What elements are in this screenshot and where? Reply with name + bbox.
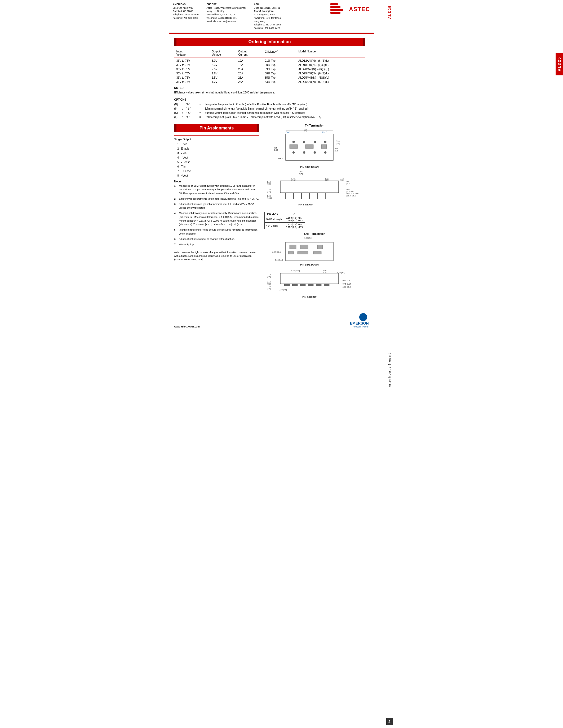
pin-number: 6.	[174, 164, 180, 169]
svg-text:See A: See A	[277, 157, 284, 160]
svg-rect-20	[322, 145, 327, 149]
asia-line7: Facsimile: 852-2402-4426	[254, 26, 281, 30]
svg-point-16	[314, 151, 316, 154]
astec-logo-text: ASTEC	[349, 6, 370, 13]
table-cell: 85% Typ	[262, 75, 296, 80]
svg-text:1.30: 1.30	[304, 129, 307, 131]
pin-number: 8.	[174, 173, 180, 178]
option-row: (6):"-6"=3.7mm nominal pin length (defau…	[174, 107, 365, 111]
right-column: TH Termination Pin 1 Pin 8	[264, 124, 365, 304]
th-termination-title: TH Termination	[264, 124, 365, 127]
th-termination-section: TH Termination Pin 1 Pin 8	[264, 124, 365, 229]
pin-label: - Vout	[181, 155, 188, 160]
svg-rect-3	[331, 12, 341, 14]
table-cell: ALD25K48(N) - (6)(S)(L)	[296, 80, 365, 84]
industry-standard-label: Astec Industry Standard	[388, 350, 391, 390]
svg-text:0.15 [3.8]: 0.15 [3.8]	[337, 272, 345, 274]
astec-waves-icon	[331, 3, 346, 16]
note-text: All specifications subject to change wit…	[179, 237, 259, 241]
pin-label: +Vout	[181, 173, 188, 178]
option-desc: Surface Mount Termination (default is th…	[205, 111, 365, 115]
table-cell: 12A	[236, 57, 262, 63]
option-colon: :	[182, 115, 186, 119]
svg-rect-1	[331, 6, 341, 8]
europe-line1: Astec House, Waterfront Business Park	[206, 6, 246, 10]
svg-text:PIN SIDE UP: PIN SIDE UP	[302, 296, 317, 298]
ordering-section: Ordering Information InputVoltage Output…	[174, 38, 365, 119]
ordering-notes: NOTES: Efficiency values taken at nomina…	[174, 86, 365, 95]
note-text: Efficiency measurements taken at full lo…	[179, 197, 259, 201]
option-eq: =	[199, 107, 205, 111]
note-number: 4.	[174, 211, 177, 226]
table-cell: 90% Typ	[262, 63, 296, 67]
svg-text:0.90: 0.90	[336, 140, 340, 142]
table-cell: 1.2V	[209, 80, 236, 84]
svg-text:0.15: 0.15	[267, 281, 271, 283]
footer-website: www.astecpower.com	[174, 325, 200, 328]
svg-text:0.45 [1.14]: 0.45 [1.14]	[343, 283, 351, 285]
table-cell: 91% Typ	[262, 57, 296, 63]
pin-number: 7.	[174, 169, 180, 173]
col-output-voltage: OutputVoltage	[209, 49, 236, 57]
option-eq: =	[199, 102, 205, 107]
table-cell: 36V to 75V	[174, 63, 209, 67]
option-eq: =	[199, 115, 205, 119]
note-number: 1.	[174, 184, 177, 195]
option-row: (S):"-S"=Surface Mount Termination (defa…	[174, 111, 365, 115]
svg-rect-0	[331, 3, 338, 5]
svg-text:0.30: 0.30	[347, 188, 350, 190]
pin-label: Enable	[181, 146, 189, 151]
svg-text:[7.6]  0.45: [7.6] 0.45	[347, 191, 354, 193]
americas-region: AMERICAS	[173, 3, 199, 6]
svg-text:[2.5]: [2.5]	[267, 183, 271, 185]
pin-label: + Sense	[181, 169, 191, 173]
asia-line6: Telephone: 852-2437-9662	[254, 23, 281, 26]
americas-address: AMERICAS 5810 Van Allen Way Carlsbad, CA…	[173, 3, 199, 30]
options-list: (N):"N"=designates Negatve Logic Enable …	[174, 102, 365, 119]
svg-text:1.10 [27.9]: 1.10 [27.9]	[291, 270, 300, 272]
col-efficiency: Efficiency2	[262, 49, 296, 57]
pin-label: + Vin	[181, 142, 187, 146]
option-colon: :	[182, 102, 186, 107]
svg-rect-69	[280, 273, 339, 284]
main-content: Ordering Information InputVoltage Output…	[169, 34, 371, 308]
svg-text:0.30 [7.6]: 0.30 [7.6]	[343, 280, 350, 282]
pin-length-row-std: Std Pin Length: 0.189 [4.8] MIN0.205 [5.…	[264, 216, 305, 222]
notes-section-title: Notes:	[174, 180, 259, 183]
svg-point-10	[293, 141, 295, 143]
pin-length-table: PIN LENGTH A Std Pin Length: 0.189 [4.8]…	[264, 212, 305, 229]
note-text: Warranty 1 yr.	[179, 242, 259, 246]
svg-text:[15.2]: [15.2]	[267, 197, 272, 199]
table-cell: 1.8V	[209, 71, 236, 75]
note-text: Mechanical drawings are for reference on…	[179, 211, 259, 226]
page-header: AMERICAS 5810 Van Allen Way Carlsbad, CA…	[169, 0, 374, 33]
svg-rect-62	[298, 251, 308, 254]
note-text: Measured at 20MHz bandwidth with externa…	[179, 184, 259, 195]
americas-line4: Facsimile: 760-930-0698	[173, 16, 199, 20]
table-cell: ALD18F48(N) - (6)(S)(L)	[296, 63, 365, 67]
svg-text:[2.5]: [2.5]	[325, 179, 329, 181]
svg-rect-72	[300, 284, 306, 286]
svg-text:[3.8]: [3.8]	[347, 183, 350, 185]
option-row: (N):"N"=designates Negatve Logic Enable …	[174, 102, 365, 107]
asia-line2: Tower1, Metroplaza	[254, 10, 281, 13]
svg-text:0.19: 0.19	[335, 148, 338, 150]
svg-text:[15.2]      [15.2]: [15.2] [15.2]	[347, 195, 356, 197]
smt-top-diagram: 1.30 [3.0] 0.50 [22.0] PIN SIDE DOWN 0.0…	[264, 237, 365, 269]
note-text: Technical reference Notes should be cons…	[179, 228, 259, 236]
table-row: 36V to 75V1.2V25A83% TypALD25K48(N) - (6…	[174, 80, 365, 84]
pin-item: 7.+ Sense	[174, 169, 259, 173]
europe-region: EUROPE	[206, 3, 246, 6]
option-desc: RoHS compliant (RoHS 6) / "Blank" - RoHS…	[205, 115, 365, 119]
pin-number: 4.	[174, 155, 180, 160]
ordering-section-header: Ordering Information	[174, 38, 365, 46]
svg-text:[27.9]: [27.9]	[291, 179, 296, 181]
note-item: 6.All specifications subject to change w…	[174, 237, 259, 241]
svg-text:1.30 [3.0]: 1.30 [3.0]	[304, 237, 312, 239]
emerson-brand: EMERSON	[350, 321, 369, 325]
option-val: "N"	[186, 102, 199, 107]
pin-label: - Sense	[181, 160, 190, 164]
pin-item: 3.- Vin	[174, 151, 259, 155]
note-item: 5.Technical reference Notes should be co…	[174, 228, 259, 236]
table-cell: 36V to 75V	[174, 75, 209, 80]
